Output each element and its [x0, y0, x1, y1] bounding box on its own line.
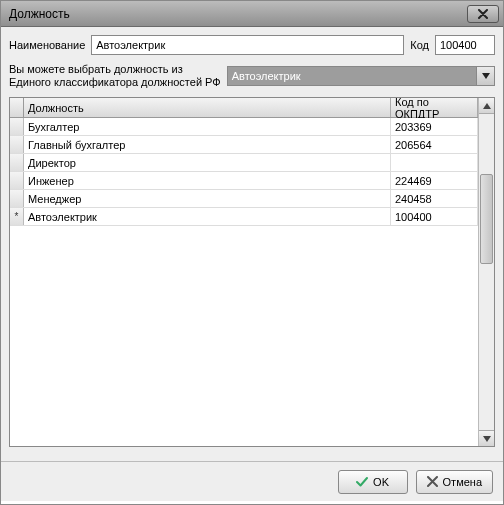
row-header [10, 136, 24, 153]
vertical-scrollbar[interactable] [478, 98, 494, 446]
cancel-button[interactable]: Отмена [416, 470, 493, 494]
name-code-row: Наименование Код [9, 35, 495, 55]
grid-header-position[interactable]: Должность [24, 98, 391, 117]
chevron-down-icon [482, 73, 490, 79]
cell-position: Автоэлектрик [24, 208, 391, 225]
row-header [10, 118, 24, 135]
table-row[interactable]: Бухгалтер203369 [10, 118, 478, 136]
window-title: Должность [9, 7, 467, 21]
title-bar: Должность [1, 1, 503, 27]
row-header [10, 154, 24, 171]
name-input[interactable] [91, 35, 404, 55]
scroll-track[interactable] [479, 114, 494, 430]
hint-line2: Единого классификатора должностей РФ [9, 76, 221, 88]
cell-code: 203369 [391, 118, 478, 135]
classifier-row: Вы можете выбрать должность из Единого к… [9, 63, 495, 89]
scroll-thumb[interactable] [480, 174, 493, 264]
scroll-down-button[interactable] [479, 430, 494, 446]
cancel-label: Отмена [443, 476, 482, 488]
cell-code: 224469 [391, 172, 478, 189]
hint-line1: Вы можете выбрать должность из [9, 63, 183, 75]
ok-button[interactable]: OK [338, 470, 408, 494]
close-button[interactable] [467, 5, 499, 23]
cell-code: 240458 [391, 190, 478, 207]
row-header: * [10, 208, 24, 225]
row-header [10, 172, 24, 189]
row-header [10, 190, 24, 207]
classifier-combo[interactable]: Автоэлектрик [227, 66, 495, 86]
scroll-up-button[interactable] [479, 98, 494, 114]
grid-wrap: Должность Код по ОКПДТР Бухгалтер203369Г… [9, 97, 495, 447]
name-label: Наименование [9, 39, 85, 51]
code-label: Код [410, 39, 429, 51]
grid-header-corner [10, 98, 24, 117]
cell-position: Менеджер [24, 190, 391, 207]
ok-label: OK [373, 476, 389, 488]
cell-code: 206564 [391, 136, 478, 153]
cell-position: Бухгалтер [24, 118, 391, 135]
table-row[interactable]: Менеджер240458 [10, 190, 478, 208]
combo-dropdown-button[interactable] [476, 67, 494, 85]
positions-grid[interactable]: Должность Код по ОКПДТР Бухгалтер203369Г… [10, 98, 478, 446]
grid-header: Должность Код по ОКПДТР [10, 98, 478, 118]
table-row[interactable]: Директор [10, 154, 478, 172]
table-row[interactable]: Инженер224469 [10, 172, 478, 190]
grid-header-code[interactable]: Код по ОКПДТР [391, 98, 478, 117]
x-icon [427, 476, 438, 487]
combo-selected-text: Автоэлектрик [228, 67, 476, 85]
triangle-up-icon [483, 103, 491, 109]
cell-position: Главный бухгалтер [24, 136, 391, 153]
classifier-hint: Вы можете выбрать должность из Единого к… [9, 63, 221, 89]
cell-position: Директор [24, 154, 391, 171]
code-input[interactable] [435, 35, 495, 55]
check-icon [356, 476, 368, 488]
grid-body[interactable]: Бухгалтер203369Главный бухгалтер206564Ди… [10, 118, 478, 446]
cell-code [391, 154, 478, 171]
cell-code: 100400 [391, 208, 478, 225]
table-row[interactable]: Главный бухгалтер206564 [10, 136, 478, 154]
table-row[interactable]: *Автоэлектрик100400 [10, 208, 478, 226]
cell-position: Инженер [24, 172, 391, 189]
triangle-down-icon [483, 436, 491, 442]
close-icon [477, 9, 489, 19]
form-body: Наименование Код Вы можете выбрать должн… [1, 27, 503, 461]
dialog-footer: OK Отмена [1, 461, 503, 501]
